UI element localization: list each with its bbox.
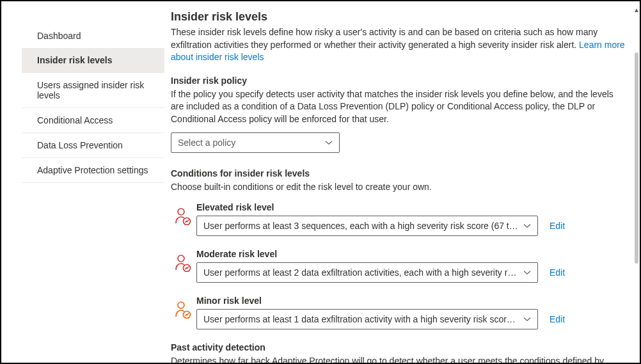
risk-level-select-moderate[interactable]: User performs at least 2 data exfiltrati… xyxy=(196,262,538,283)
risk-level-moderate: Moderate risk level User performs at lea… xyxy=(171,249,627,283)
chevron-down-icon xyxy=(523,313,531,324)
person-risk-icon xyxy=(171,296,196,320)
chevron-down-icon xyxy=(325,137,333,147)
policy-select-placeholder: Select a policy xyxy=(178,138,235,148)
sidebar: Dashboard Insider risk levels Users assi… xyxy=(1,1,164,363)
sidebar-item-insider-risk-levels[interactable]: Insider risk levels xyxy=(22,48,164,73)
edit-link-minor[interactable]: Edit xyxy=(550,314,565,324)
sidebar-item-label: Adaptive Protection settings xyxy=(37,165,148,175)
policy-heading: Insider risk policy xyxy=(171,75,627,86)
intro-text: These insider risk levels define how ris… xyxy=(171,26,627,64)
edit-link-moderate[interactable]: Edit xyxy=(550,267,565,278)
page-title: Insider risk levels xyxy=(171,10,627,24)
svg-point-2 xyxy=(178,255,184,262)
risk-level-select-minor[interactable]: User performs at least 1 data exfiltrati… xyxy=(196,309,538,329)
risk-level-label: Elevated risk level xyxy=(196,202,627,212)
sidebar-item-label: Data Loss Prevention xyxy=(37,140,123,150)
main-content: ▲ Insider risk levels These insider risk… xyxy=(164,1,640,363)
chevron-down-icon xyxy=(523,220,531,230)
scroll-up-icon[interactable]: ▲ xyxy=(633,6,640,13)
risk-level-label: Moderate risk level xyxy=(196,249,627,259)
sidebar-item-users-assigned[interactable]: Users assigned insider risk levels xyxy=(22,73,164,108)
sidebar-item-label: Conditional Access xyxy=(37,115,113,125)
person-risk-icon xyxy=(171,202,196,227)
sidebar-item-label: Dashboard xyxy=(37,31,81,41)
policy-desc: If the policy you specify detects user a… xyxy=(171,88,627,126)
conditions-heading: Conditions for insider risk levels xyxy=(171,168,627,178)
scrollbar-thumb[interactable] xyxy=(635,52,638,264)
risk-level-elevated: Elevated risk level User performs at lea… xyxy=(171,202,627,236)
risk-level-label: Minor risk level xyxy=(196,296,627,306)
sidebar-item-label: Insider risk levels xyxy=(37,55,113,65)
sidebar-item-data-loss-prevention[interactable]: Data Loss Prevention xyxy=(22,133,164,158)
sidebar-item-adaptive-protection-settings[interactable]: Adaptive Protection settings xyxy=(22,158,164,183)
sidebar-item-conditional-access[interactable]: Conditional Access xyxy=(22,108,164,133)
svg-point-0 xyxy=(178,209,184,215)
svg-point-4 xyxy=(178,302,184,308)
risk-level-select-elevated[interactable]: User performs at least 3 sequences, each… xyxy=(196,216,538,236)
sidebar-item-dashboard[interactable]: Dashboard xyxy=(22,24,164,48)
person-risk-icon xyxy=(171,249,196,274)
past-activity-desc: Determines how far back Adaptive Protect… xyxy=(171,355,619,363)
conditions-desc: Choose built-in conditions or edit the r… xyxy=(171,181,627,194)
chevron-down-icon xyxy=(523,267,531,277)
policy-select[interactable]: Select a policy xyxy=(171,132,340,153)
risk-level-minor: Minor risk level User performs at least … xyxy=(171,296,627,329)
sidebar-item-label: Users assigned insider risk levels xyxy=(37,80,152,100)
edit-link-elevated[interactable]: Edit xyxy=(550,221,565,231)
past-activity-heading: Past activity detection xyxy=(171,342,627,352)
